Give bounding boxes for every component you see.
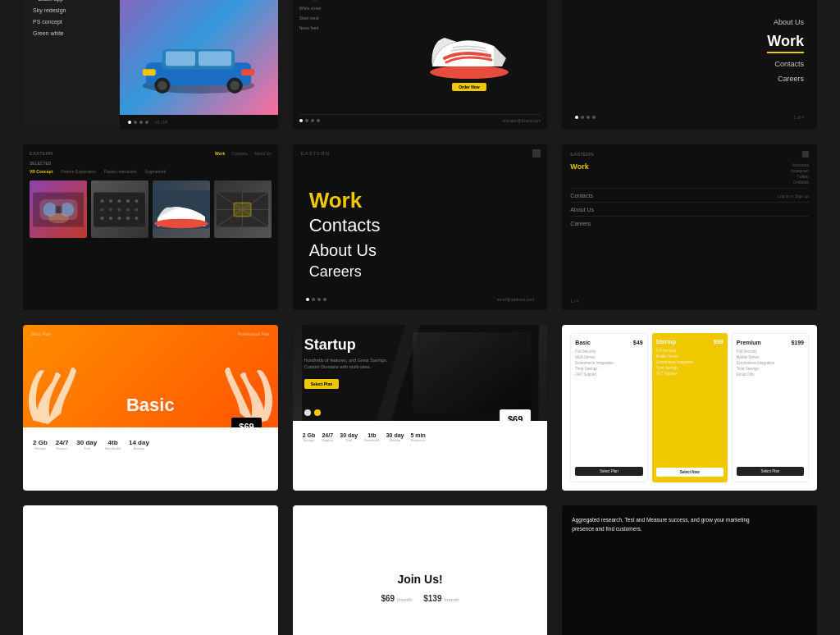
card9-startup-f3: Time Savings <box>656 366 724 370</box>
card9-startup-f1: Mobile Server <box>656 354 724 359</box>
svg-rect-10 <box>242 69 255 75</box>
card4-nav-contacts[interactable]: Contacts <box>231 151 248 156</box>
svg-point-27 <box>118 208 121 211</box>
card9-startup-btn[interactable]: Select Now <box>656 468 724 477</box>
card-10: $58/mo. <box>23 505 278 635</box>
card3-nav-contacts[interactable]: Contacts <box>774 60 804 68</box>
card5-contacts[interactable]: Contacts <box>309 215 532 236</box>
card-5: EASTERN Work Contacts About Us Careers e… <box>293 144 548 310</box>
card4-nav-about[interactable]: About Us <box>254 151 272 156</box>
card6-detail-3: Dribbble <box>793 180 809 185</box>
card5-work[interactable]: Work <box>309 189 532 212</box>
card9-basic-f1: Multi Server <box>575 355 642 359</box>
svg-point-28 <box>126 208 130 211</box>
svg-point-18 <box>48 212 68 223</box>
card6-footer: 1 / 4 <box>570 299 578 304</box>
card5-aboutus[interactable]: About Us <box>309 240 532 260</box>
card8-price: $69 <box>500 409 531 421</box>
card5-close[interactable] <box>532 149 541 158</box>
card6-item-work[interactable]: Work <box>570 162 588 171</box>
card-2: EASTERN × Office app White street Steel … <box>293 0 548 130</box>
card9-startup-f0: Full Security <box>656 349 724 353</box>
card9-basic-f2: Ecommerce Integration <box>575 361 642 365</box>
card1-page: 01 / 04 <box>155 120 167 125</box>
card1-menu-0[interactable]: Black app <box>33 0 110 2</box>
card4-cat-pattern[interactable]: Pattern Exploration <box>61 169 96 174</box>
card9-plan-basic: Basic $49 Full Security Multi Server Eco… <box>570 333 647 482</box>
card3-nav-careers[interactable]: Careers <box>778 75 804 83</box>
svg-point-20 <box>101 199 104 202</box>
card12-text: Aggregated research, Test and Measure su… <box>572 515 760 533</box>
card3-page: 1 of 4 <box>793 115 804 120</box>
card2-item-3: News feed <box>299 25 391 30</box>
card9-plan-premium: Premium $199 Full Security Mobile Server… <box>732 333 809 482</box>
card6-item-about[interactable]: About Us <box>570 207 594 212</box>
svg-point-23 <box>126 199 130 202</box>
svg-point-24 <box>135 199 139 202</box>
card9-basic-f0: Full Security <box>575 349 642 354</box>
svg-rect-44 <box>413 332 531 413</box>
card9-premium-name: Premium <box>737 340 761 345</box>
svg-point-8 <box>231 80 240 89</box>
card9-plan-startup: Startup $99 Full Security Mobile Server … <box>652 333 728 482</box>
card9-basic-price: $49 <box>633 340 643 345</box>
card9-basic-btn[interactable]: Select Plan <box>575 467 642 476</box>
card-1: EASTERN Black app Sky redesign PS concep… <box>23 0 278 130</box>
svg-rect-9 <box>143 69 156 75</box>
card4-cat-facets[interactable]: Facets Interaction <box>104 169 137 174</box>
card4-nav-work[interactable]: Work <box>215 151 225 156</box>
card7-stat-3: 4tb Bandwidth <box>105 439 121 450</box>
card4-section-label: SELECTED <box>30 161 272 166</box>
card8-desc: Hundreds of features, and Great Savings.… <box>304 357 403 371</box>
card8-stat-2: 30 day Trial <box>340 432 358 442</box>
card9-startup-f2: Ecommerce Integration <box>656 360 724 364</box>
svg-point-30 <box>101 216 104 219</box>
card4-cat-vr[interactable]: VR Concept <box>30 169 52 174</box>
card8-stat-5: 5 min Response <box>411 432 426 442</box>
card1-menu-3[interactable]: Green white <box>33 30 110 36</box>
card2-footer: sneaker@brand.com <box>503 118 541 123</box>
card8-dot-0[interactable] <box>304 409 311 416</box>
card3-nav-aboutus[interactable]: About Us <box>774 18 804 26</box>
card7-stat-2: 30 day Trial <box>76 439 97 450</box>
card9-premium-f1: Mobile Server <box>737 355 804 359</box>
card8-dot-1[interactable] <box>314 409 321 416</box>
svg-point-33 <box>126 216 130 219</box>
card8-btn[interactable]: Select Plan <box>304 379 340 389</box>
card8-stat-4: 30 day Backup <box>386 432 404 442</box>
card9-premium-f0: Full Security <box>737 349 804 354</box>
svg-point-31 <box>109 216 112 219</box>
card1-menu-2[interactable]: PS concept <box>33 19 110 25</box>
card6-detail-0: facebook <box>792 162 809 167</box>
card6-detail-2: Twitter <box>797 174 809 179</box>
card-4: EASTERN Work Contacts About Us SELECTED … <box>23 144 278 310</box>
card2-button[interactable]: Order Now <box>452 83 486 91</box>
card5-careers[interactable]: Careers <box>309 263 532 281</box>
card9-premium-btn[interactable]: Select Plan <box>737 467 804 476</box>
card8-stat-0: 2 Gb Storage <box>303 432 316 442</box>
card5-logo: EASTERN <box>301 151 330 156</box>
card2-item-1: White street <box>299 6 391 11</box>
svg-point-29 <box>135 208 139 211</box>
card6-logo: EASTERN <box>570 152 593 157</box>
card4-cat-augmented[interactable]: Augmented <box>145 169 167 174</box>
card9-premium-f3: Time Savings <box>737 367 804 371</box>
card7-title: Basic <box>126 395 175 416</box>
card6-contact-detail: Log in or Sign up <box>778 194 809 199</box>
card3-nav-work[interactable]: Work <box>767 33 804 53</box>
card1-menu-1[interactable]: Sky redesign <box>33 7 110 13</box>
card8-stat-1: 24/7 Support <box>322 432 333 442</box>
card-3: EASTERN About Us Work Contacts Careers 1… <box>562 0 817 130</box>
card8-stat-3: 1tb Bandwidth <box>364 432 380 442</box>
card6-close[interactable] <box>802 151 809 158</box>
svg-point-34 <box>135 216 139 219</box>
card-7: Basic Basic Plan Professional Plan $69 2… <box>23 325 278 491</box>
card5-email: email@address.com <box>497 297 535 302</box>
card6-item-careers[interactable]: Careers <box>570 221 591 226</box>
svg-point-12 <box>430 66 509 79</box>
card7-stat-1: 24/7 Support <box>56 439 69 450</box>
card6-item-contacts[interactable]: Contacts <box>570 193 593 199</box>
card-12: Aggregated research, Test and Measure su… <box>562 505 817 635</box>
card2-item-2: Steel meat <box>299 16 391 21</box>
svg-point-22 <box>118 199 121 202</box>
